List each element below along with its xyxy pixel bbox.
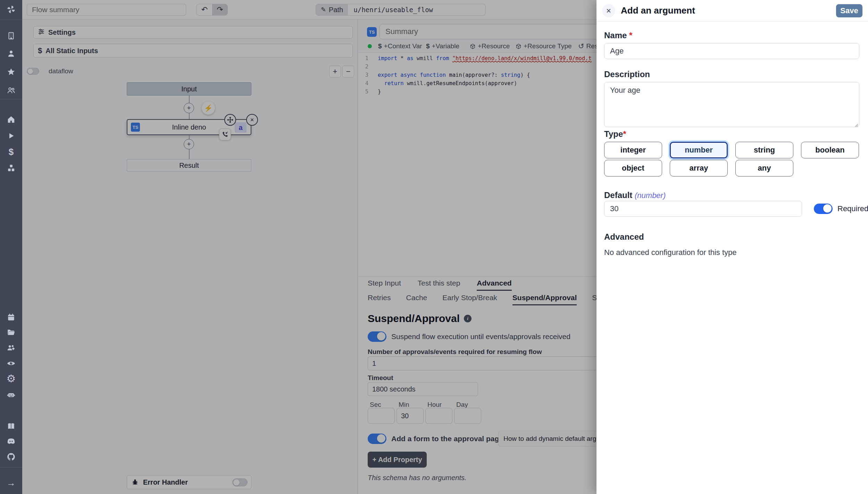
github-icon[interactable] [0, 451, 22, 463]
plus-icon: + [187, 140, 191, 148]
add-property-button[interactable]: + Add Property [368, 452, 427, 468]
redo-button[interactable]: ↷ [212, 4, 227, 15]
type-button-string[interactable]: string [735, 142, 793, 158]
tab-test-this-step[interactable]: Test this step [418, 277, 460, 291]
add-property-label: + Add Property [372, 456, 422, 464]
move-node-handle[interactable] [224, 114, 236, 126]
subtab-cache[interactable]: Cache [406, 291, 427, 305]
flow-summary-input[interactable] [27, 4, 186, 16]
path-value[interactable]: u/henri/useable_flow [348, 4, 485, 15]
advanced-section-label: Advanced [604, 232, 644, 242]
runs-play-icon[interactable] [0, 130, 22, 142]
favorites-star-icon[interactable] [0, 66, 22, 78]
approvals-count-input[interactable] [368, 356, 607, 370]
name-input[interactable] [604, 43, 859, 59]
schedules-calendar-icon[interactable] [0, 311, 22, 323]
add-resource-label: +Resource [478, 42, 510, 50]
type-button-boolean[interactable]: boolean [801, 142, 859, 158]
collapse-arrow-icon[interactable]: → [0, 477, 22, 489]
settings-gear-icon[interactable]: ⚙ [0, 373, 22, 385]
type-button-object[interactable]: object [604, 160, 662, 176]
timeout-input[interactable] [368, 382, 478, 396]
add-variable-button[interactable]: $ +Variable [426, 42, 459, 50]
add-resource-type-label: +Resource Type [524, 42, 572, 50]
error-handler-toggle[interactable] [232, 478, 248, 486]
day-input[interactable] [454, 408, 481, 424]
user-icon[interactable] [0, 48, 22, 59]
drawer-header: × Add an argument Save [596, 0, 868, 22]
cube-icon [470, 43, 476, 49]
path-badge[interactable]: ✎ Path [316, 4, 348, 15]
discord-icon[interactable] [0, 435, 22, 447]
trigger-bolt-button[interactable]: ⚡ [202, 101, 215, 115]
flow-node-input[interactable]: Input [127, 82, 251, 96]
tab-advanced[interactable]: Advanced [477, 277, 511, 291]
audit-eye-icon[interactable] [0, 357, 22, 369]
tab-step-input[interactable]: Step Input [368, 277, 401, 291]
subtab-early-stop-break[interactable]: Early Stop/Break [442, 291, 497, 305]
required-toggle-label: Required [837, 204, 868, 213]
advanced-note: No advanced configuration for this type [604, 248, 737, 257]
approval-form-toggle[interactable] [368, 434, 386, 444]
line-number: 2 [358, 63, 368, 71]
min-input[interactable] [397, 408, 424, 424]
type-button-array[interactable]: array [670, 160, 728, 176]
suspend-approval-indicator [219, 129, 231, 140]
name-label-text: Name [604, 31, 627, 40]
workspace-building-icon[interactable] [0, 30, 22, 42]
dollar-icon: $ [426, 42, 430, 50]
description-textarea[interactable]: Your age [604, 82, 859, 127]
add-resource-button[interactable]: +Resource [470, 42, 510, 50]
zoom-in-button[interactable]: + [329, 66, 341, 77]
hour-input[interactable] [425, 408, 452, 424]
add-resource-type-button[interactable]: +Resource Type [516, 42, 572, 50]
zoom-out-button[interactable]: − [342, 66, 354, 77]
code-line: 4 return wmill.getResumeEndpoints(approv… [358, 79, 615, 88]
info-icon[interactable]: i [464, 315, 471, 322]
flow-settings-button[interactable]: Settings [33, 26, 353, 39]
flow-node-inline-deno[interactable]: TS Inline deno a × [127, 119, 251, 135]
step-summary-input[interactable] [379, 24, 615, 39]
subtab-suspend-approval[interactable]: Suspend/Approval [512, 291, 577, 305]
name-label: Name * [604, 31, 632, 40]
delete-node-button[interactable]: × [246, 114, 258, 126]
insert-step-button[interactable]: + [184, 139, 194, 149]
close-drawer-button[interactable]: × [602, 4, 615, 17]
add-variable-label: +Variable [432, 42, 459, 50]
approval-form-toggle-label: Add a form to the approval page [391, 434, 503, 444]
type-button-number[interactable]: number [670, 142, 728, 158]
docs-book-icon[interactable] [0, 420, 22, 432]
insert-step-button[interactable]: + [184, 103, 194, 113]
default-value-input[interactable] [604, 201, 802, 217]
error-handler-node[interactable]: Error Handler [127, 475, 251, 489]
close-icon: × [250, 116, 254, 124]
add-argument-drawer: × Add an argument Save Name * Descriptio… [596, 0, 868, 494]
resources-cubes-icon[interactable] [0, 162, 22, 174]
undo-button[interactable]: ↶ [197, 4, 212, 15]
windmill-logo-icon[interactable] [0, 3, 22, 15]
path-label: Path [329, 6, 343, 14]
subtab-retries[interactable]: Retries [368, 291, 391, 305]
line-number: 5 [358, 88, 368, 96]
code-editor[interactable]: 1import * as wmill from "https://deno.la… [358, 54, 615, 96]
sec-input[interactable] [368, 408, 395, 424]
suspend-toggle[interactable] [368, 331, 386, 342]
type-button-integer[interactable]: integer [604, 142, 662, 158]
dataflow-toggle[interactable] [27, 68, 39, 75]
groups-admin-icon[interactable] [0, 342, 22, 354]
resize-grip-icon[interactable] [853, 122, 858, 127]
add-context-var-button[interactable]: $ +Context Var [378, 42, 422, 50]
description-label: Description [604, 69, 650, 79]
home-icon[interactable] [0, 114, 22, 125]
folders-icon[interactable] [0, 326, 22, 338]
save-button[interactable]: Save [836, 4, 862, 17]
variables-dollar-icon[interactable]: $ [0, 146, 22, 158]
workers-robot-icon[interactable] [0, 389, 22, 401]
all-static-inputs-button[interactable]: $ All Static Inputs [33, 44, 353, 58]
required-toggle[interactable] [814, 204, 833, 214]
user-groups-icon[interactable] [0, 84, 22, 96]
suspend-approval-heading: Suspend/Approval i [368, 313, 471, 324]
type-button-any[interactable]: any [735, 160, 793, 176]
flow-node-result[interactable]: Result [127, 159, 251, 172]
step-editor-panel: TS $ +Context Var $ +Variable +Resource [358, 19, 615, 494]
